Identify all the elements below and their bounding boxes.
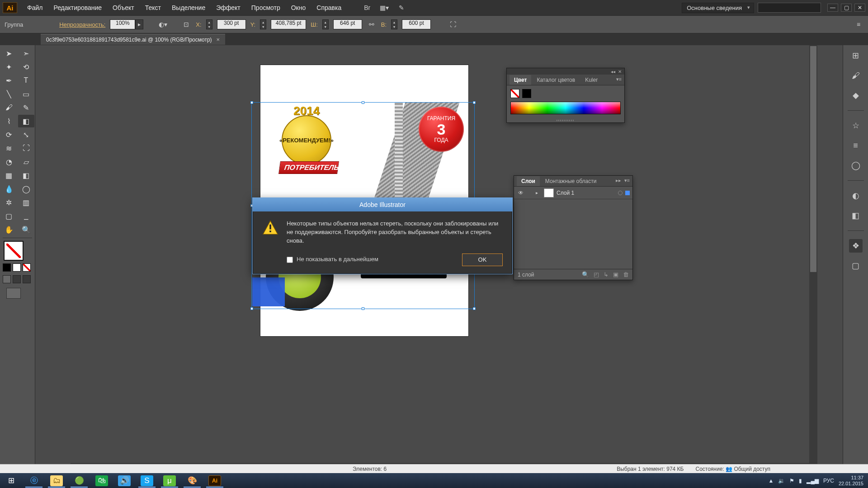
mesh-tool-icon[interactable]: ▦ <box>1 169 17 182</box>
start-button[interactable]: ⊞ <box>0 473 23 488</box>
color-mode-icon[interactable] <box>3 263 11 272</box>
selection-tool-icon[interactable]: ➤ <box>1 47 17 60</box>
symbol-sprayer-tool-icon[interactable]: ✲ <box>1 196 17 209</box>
pen-tool-icon[interactable]: ✒ <box>1 74 17 87</box>
taskbar-sound-icon[interactable]: 🔊 <box>113 473 136 488</box>
w-input[interactable]: 646 pt <box>333 19 362 29</box>
reference-point-icon[interactable]: ⊡ <box>181 19 191 29</box>
taskbar-utorrent-icon[interactable]: μ <box>158 473 181 488</box>
menu-object[interactable]: Объект <box>107 0 140 15</box>
eraser-tool-icon[interactable]: ◧ <box>18 115 34 127</box>
x-stepper[interactable]: ▲▼ <box>206 19 212 29</box>
tray-clock[interactable]: 11:37 22.01.2015 <box>839 475 863 486</box>
taskbar-illustrator-icon[interactable]: Ai <box>203 473 226 488</box>
direct-selection-tool-icon[interactable]: ➣ <box>18 47 34 60</box>
dont-show-checkbox-input[interactable] <box>287 257 293 263</box>
panel-menu-icon[interactable]: ▾≡ <box>616 76 622 82</box>
eyedropper-tool-icon[interactable]: 💧 <box>1 183 17 195</box>
tray-up-icon[interactable]: ▲ <box>769 478 774 484</box>
draw-behind-icon[interactable] <box>13 275 21 283</box>
recolor-icon[interactable]: ◐▾ <box>158 19 168 29</box>
width-tool-icon[interactable]: ≋ <box>1 142 17 155</box>
taskbar-paint-icon[interactable]: 🎨 <box>181 473 203 488</box>
zoom-tool-icon[interactable]: 🔍 <box>18 223 34 236</box>
rail-swatches-icon[interactable]: ◆ <box>849 89 863 102</box>
new-sublayer-icon[interactable]: ↳ <box>604 271 609 278</box>
ok-button[interactable]: OK <box>462 253 503 266</box>
gradient-mode-icon[interactable] <box>13 263 21 272</box>
menu-help[interactable]: Справка <box>311 0 347 15</box>
tray-language-label[interactable]: РУС <box>823 478 834 484</box>
rotate-tool-icon[interactable]: ⟳ <box>1 128 17 141</box>
taskbar-explorer-icon[interactable]: 🗂 <box>45 473 68 488</box>
h-input[interactable]: 600 pt <box>402 19 431 29</box>
rail-stroke-icon[interactable]: ≡ <box>849 139 863 152</box>
shape-builder-tool-icon[interactable]: ◔ <box>1 155 17 168</box>
slice-tool-icon[interactable]: ⎯ <box>18 210 34 222</box>
help-search-input[interactable] <box>758 3 821 13</box>
color-panel[interactable]: ◂◂✕ Цвет Каталог цветов Kuler ▾≡ <box>506 68 625 123</box>
line-tool-icon[interactable]: ╲ <box>1 88 17 100</box>
opacity-dropdown-icon[interactable]: ▶ <box>135 19 143 29</box>
perspective-tool-icon[interactable]: ▱ <box>18 155 34 168</box>
draw-normal-icon[interactable] <box>3 275 11 283</box>
delete-layer-icon[interactable]: 🗑 <box>623 271 629 278</box>
x-input[interactable]: 300 pt <box>217 19 246 29</box>
tray-battery-icon[interactable]: ▮ <box>799 478 802 484</box>
rail-color-icon[interactable]: ◯ <box>849 159 863 172</box>
rail-artboards-icon[interactable]: ▢ <box>849 259 863 272</box>
taskbar-store-icon[interactable]: 🛍 <box>90 473 113 488</box>
opacity-label[interactable]: Непрозрачность: <box>59 21 105 28</box>
layer-target-icon[interactable] <box>618 191 623 195</box>
lasso-tool-icon[interactable]: ⟲ <box>18 61 34 73</box>
h-stepper[interactable]: ▲▼ <box>391 19 397 29</box>
maximize-button[interactable]: ▢ <box>841 4 852 12</box>
magic-wand-tool-icon[interactable]: ✦ <box>1 61 17 73</box>
locate-object-icon[interactable]: 🔍 <box>582 271 589 278</box>
tab-color-guide[interactable]: Каталог цветов <box>532 75 580 85</box>
taskbar-chrome-icon[interactable]: 🟢 <box>68 473 90 488</box>
arrange-documents-icon[interactable]: ▦▾ <box>377 2 391 13</box>
dont-show-checkbox[interactable]: Не показывать в дальнейшем <box>287 255 378 264</box>
paintbrush-tool-icon[interactable]: 🖌 <box>1 101 17 114</box>
type-tool-icon[interactable]: T <box>18 74 34 87</box>
controlbar-menu-icon[interactable]: ≡ <box>854 19 863 29</box>
bridge-icon[interactable]: Br <box>360 2 374 13</box>
y-input[interactable]: 408,785 pt <box>271 19 306 29</box>
layer-name[interactable]: Слой 1 <box>557 190 615 196</box>
rail-symbols-icon[interactable]: ☆ <box>849 119 863 132</box>
vertical-scrollbar[interactable] <box>809 45 817 463</box>
layers-panel-menu-icon[interactable]: ▾≡ <box>624 178 630 183</box>
link-wh-icon[interactable]: ⚯ <box>367 19 377 29</box>
stroke-swatch-icon[interactable] <box>522 89 531 98</box>
tray-volume-icon[interactable]: 🔉 <box>778 478 785 484</box>
tab-layers[interactable]: Слои <box>517 176 540 186</box>
blend-tool-icon[interactable]: ◯ <box>18 183 34 195</box>
tab-kuler[interactable]: Kuler <box>580 75 602 85</box>
panel-collapse-icon[interactable]: ◂◂ <box>611 69 615 74</box>
minimize-button[interactable]: — <box>827 4 838 12</box>
isolate-icon[interactable]: ⛶ <box>448 19 458 29</box>
rail-libraries-icon[interactable]: ⊞ <box>849 49 863 62</box>
layers-panel[interactable]: Слои Монтажные области ▸▸ ▾≡ 👁 ▸ Слой 1 … <box>514 175 633 280</box>
hand-tool-icon[interactable]: ✋ <box>1 223 17 236</box>
layers-collapse-icon[interactable]: ▸▸ <box>616 178 621 183</box>
menu-edit[interactable]: Редактирование <box>48 0 107 15</box>
rectangle-tool-icon[interactable]: ▭ <box>18 88 34 100</box>
graph-tool-icon[interactable]: ▥ <box>18 196 34 209</box>
opacity-input[interactable]: 100% <box>110 19 135 29</box>
menu-type[interactable]: Текст <box>140 0 166 15</box>
draw-inside-icon[interactable] <box>23 275 31 283</box>
none-mode-icon[interactable] <box>23 263 31 272</box>
taskbar-skype-icon[interactable]: S <box>136 473 158 488</box>
rail-brushes-icon[interactable]: 🖌 <box>849 69 863 82</box>
rail-transparency-icon[interactable]: ◐ <box>849 189 863 202</box>
layer-row[interactable]: 👁 ▸ Слой 1 <box>514 187 632 199</box>
tab-color[interactable]: Цвет <box>509 75 531 85</box>
blob-brush-tool-icon[interactable]: ⌇ <box>1 115 17 127</box>
fill-stroke-swatch[interactable] <box>0 241 35 261</box>
free-transform-tool-icon[interactable]: ⛶ <box>18 142 34 155</box>
rail-gradient-icon[interactable]: ◧ <box>849 209 863 222</box>
artboard-tool-icon[interactable]: ▢ <box>1 210 17 222</box>
document-tab[interactable]: 0c3f9e0753e6031881891743d9581c9e.ai @ 10… <box>41 34 225 45</box>
